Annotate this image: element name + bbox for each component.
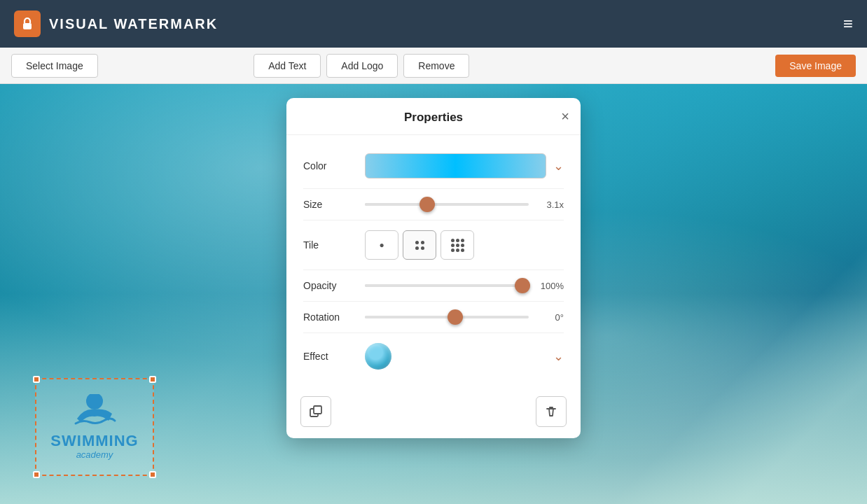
size-content: 3.1x — [365, 200, 564, 210]
opacity-label: Opacity — [303, 280, 354, 291]
toolbar-left: Select Image — [11, 54, 98, 78]
watermark-text-sub: academy — [76, 449, 113, 460]
header-logo: VISUAL WATERMARK — [14, 10, 218, 37]
resize-handle-tr[interactable] — [149, 376, 156, 383]
rotation-slider-thumb[interactable] — [448, 309, 463, 325]
size-slider-track[interactable] — [365, 203, 529, 206]
opacity-row: Opacity 100% — [303, 270, 564, 302]
rotation-row: Rotation 0° — [303, 302, 564, 333]
canvas-background: SWIMMING academy Properties × Color ⌄ — [0, 84, 867, 504]
tile-option-four[interactable] — [403, 230, 436, 260]
app-title: VISUAL WATERMARK — [49, 16, 218, 32]
rotation-slider-track[interactable] — [365, 316, 529, 318]
rotation-content: 0° — [365, 312, 564, 323]
opacity-slider-container — [365, 284, 529, 287]
duplicate-button[interactable] — [300, 396, 331, 427]
effect-content: ⌄ — [365, 343, 564, 370]
color-dropdown-arrow[interactable]: ⌄ — [553, 158, 564, 174]
svg-rect-3 — [314, 406, 321, 414]
size-row: Size 3.1x — [303, 189, 564, 220]
toolbar: Select Image Add Text Add Logo Remove Sa… — [0, 48, 867, 84]
opacity-slider-thumb[interactable] — [515, 278, 530, 293]
tile-option-nine[interactable] — [441, 230, 474, 260]
swimming-logo-icon — [70, 394, 119, 433]
tile-label: Tile — [303, 239, 354, 251]
resize-handle-bl[interactable] — [33, 471, 40, 478]
watermark-text-main: SWIMMING — [50, 433, 138, 449]
add-logo-button[interactable]: Add Logo — [326, 54, 398, 78]
tile-row: Tile ● — [303, 220, 564, 270]
duplicate-icon — [309, 405, 323, 419]
properties-panel: Properties × Color ⌄ Size — [286, 98, 581, 438]
color-picker[interactable] — [365, 153, 546, 178]
toolbar-right: Save Image — [775, 55, 856, 77]
size-slider-container — [365, 203, 529, 206]
header: VISUAL WATERMARK ≡ — [0, 0, 867, 48]
select-image-button[interactable]: Select Image — [11, 54, 98, 78]
remove-button[interactable]: Remove — [403, 54, 469, 78]
lock-icon — [14, 10, 41, 37]
rotation-value: 0° — [536, 312, 564, 323]
size-value: 3.1x — [536, 200, 564, 210]
save-image-button[interactable]: Save Image — [775, 55, 856, 77]
tile-content: ● — [365, 230, 564, 260]
color-label: Color — [303, 160, 354, 172]
size-slider-thumb[interactable] — [419, 197, 435, 212]
opacity-slider-fill — [365, 284, 522, 287]
tile-options: ● — [365, 230, 474, 260]
watermark-element[interactable]: SWIMMING academy — [35, 378, 154, 476]
effect-label: Effect — [303, 351, 354, 362]
canvas-area: SWIMMING academy Properties × Color ⌄ — [0, 84, 867, 504]
rotation-label: Rotation — [303, 312, 354, 323]
resize-handle-tl[interactable] — [33, 376, 40, 383]
panel-title: Properties — [404, 111, 463, 125]
effect-dropdown-arrow[interactable]: ⌄ — [553, 349, 564, 364]
rotation-slider-container — [365, 316, 529, 318]
color-content: ⌄ — [365, 153, 564, 178]
panel-header: Properties × — [286, 98, 581, 135]
size-slider-fill — [365, 203, 427, 206]
size-label: Size — [303, 199, 354, 210]
opacity-value: 100% — [536, 281, 564, 291]
svg-point-1 — [86, 394, 103, 410]
menu-button[interactable]: ≡ — [843, 15, 853, 32]
tile-option-single[interactable]: ● — [365, 230, 398, 260]
resize-handle-br[interactable] — [149, 471, 156, 478]
trash-icon — [544, 405, 558, 419]
toolbar-center: Add Text Add Logo Remove — [254, 54, 469, 78]
opacity-content: 100% — [365, 281, 564, 291]
delete-button[interactable] — [536, 396, 567, 427]
rotation-slider-fill — [365, 316, 455, 318]
color-row: Color ⌄ — [303, 144, 564, 189]
effect-row: Effect ⌄ — [303, 333, 564, 379]
effect-preview[interactable] — [365, 343, 391, 370]
svg-rect-0 — [23, 23, 32, 29]
opacity-slider-track[interactable] — [365, 284, 529, 287]
panel-footer — [286, 388, 581, 438]
panel-close-button[interactable]: × — [561, 109, 569, 123]
panel-body: Color ⌄ Size — [286, 135, 581, 388]
add-text-button[interactable]: Add Text — [254, 54, 321, 78]
